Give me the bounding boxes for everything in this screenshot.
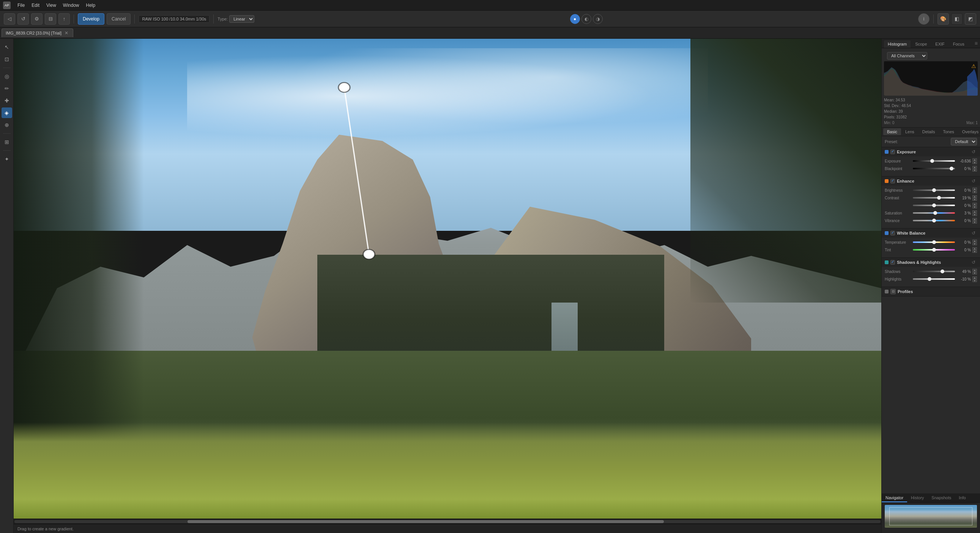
menu-view[interactable]: View [43,2,59,9]
tool-clone[interactable]: ⊕ [2,119,12,130]
exposure-reset[interactable]: ↺ [970,149,977,154]
toolbar-refresh-btn[interactable]: ↺ [18,13,29,25]
file-tab-close[interactable]: ✕ [64,30,69,36]
vibrance-up[interactable]: ▲ [972,218,977,221]
temperature-down[interactable]: ▼ [972,243,977,245]
shadows-slider[interactable] [913,268,955,274]
white-balance-header[interactable]: White Balance ↺ [882,229,980,238]
toolbar-export-btn[interactable]: ↑ [59,13,70,25]
toolbar-settings-btn[interactable]: ⚙ [31,13,43,25]
contrast-slider[interactable] [913,195,955,201]
temperature-thumb[interactable] [932,240,936,244]
brightness-thumb[interactable] [932,188,936,192]
tool-move[interactable]: ↖ [2,42,12,53]
highlights-thumb[interactable] [928,277,931,281]
enhance-reset[interactable]: ↺ [970,178,977,184]
brightness-slider[interactable] [913,187,955,193]
menu-edit[interactable]: Edit [29,2,43,9]
vibrance-slider[interactable] [913,218,955,224]
type-select[interactable]: Linear Radial [229,15,254,23]
scrollbar-track[interactable] [14,520,881,523]
bottom-tab-snapshots[interactable]: Snapshots [928,494,955,502]
exposure-slider[interactable] [913,158,955,164]
image-scrollbar[interactable] [14,519,881,524]
exposure-thumb[interactable] [930,159,934,163]
blackpoint-slider[interactable] [913,165,955,172]
exposure-down[interactable]: ▼ [972,161,977,164]
tool-redeye[interactable]: ◎ [2,71,12,82]
exposure-checkbox[interactable] [891,150,895,154]
tint-slider[interactable] [913,247,955,253]
file-tab[interactable]: IMG_8839.CR2 [33.0%] [Trial] ✕ [2,29,73,37]
vibrance-down[interactable]: ▼ [972,221,977,224]
view-single-btn[interactable]: ● [570,14,580,24]
contrast-thumb[interactable] [937,196,941,200]
channel-select[interactable]: All Channels [887,52,927,60]
clarity-thumb[interactable] [932,204,936,207]
bottom-tab-info[interactable]: Info [955,494,969,502]
highlights-slider[interactable] [913,276,955,282]
clarity-slider[interactable] [913,202,955,208]
shadows-up[interactable]: ▲ [972,269,977,271]
view-side-btn[interactable]: ◑ [593,14,603,24]
temperature-slider[interactable] [913,239,955,245]
menu-window[interactable]: Window [60,2,82,9]
tool-selection[interactable]: ⊞ [2,137,12,147]
tab-scope[interactable]: Scope [911,40,931,48]
highlights-down[interactable]: ▼ [972,279,977,282]
sub-tab-tones[interactable]: Tones [939,128,958,135]
sub-tab-lens[interactable]: Lens [901,128,918,135]
preset-select[interactable]: Default [951,138,977,145]
clarity-down[interactable]: ▼ [972,206,977,208]
sh-checkbox[interactable] [891,260,895,265]
saturation-down[interactable]: ▼ [972,213,977,216]
tool-color-pick[interactable]: ✦ [2,154,12,164]
vibrance-thumb[interactable] [932,219,936,223]
contrast-up[interactable]: ▲ [972,195,977,198]
contrast-down[interactable]: ▼ [972,198,977,201]
blackpoint-down[interactable]: ▼ [972,169,977,172]
brightness-down[interactable]: ▼ [972,191,977,193]
tab-focus[interactable]: Focus [949,40,968,48]
tab-histogram[interactable]: Histogram [884,40,910,48]
toolbar-adjust-btn[interactable]: ⊟ [45,13,56,25]
panel-close-btn[interactable]: ≡ [975,40,978,46]
shadows-thumb[interactable] [940,269,944,273]
sh-reset[interactable]: ↺ [970,260,977,265]
enhance-section-header[interactable]: Enhance ↺ [882,177,980,186]
highlights-up[interactable]: ▲ [972,276,977,279]
develop-button[interactable]: Develop [78,13,104,25]
menu-file[interactable]: File [14,2,28,9]
blackpoint-thumb[interactable] [950,167,953,170]
shadows-down[interactable]: ▼ [972,272,977,274]
tint-down[interactable]: ▼ [972,250,977,253]
gamut-btn[interactable]: ◩ [965,13,976,25]
bottom-tab-navigator[interactable]: Navigator [882,494,907,502]
profiles-section-header[interactable]: 🖼 Profiles [882,287,980,296]
saturation-up[interactable]: ▲ [972,210,977,213]
info-btn[interactable]: i [918,13,929,25]
temperature-up[interactable]: ▲ [972,240,977,242]
proof-btn[interactable]: ◧ [951,13,963,25]
saturation-thumb[interactable] [933,211,937,215]
sub-tab-overlays[interactable]: Overlays [958,128,980,135]
view-compare-btn[interactable]: ◐ [581,14,591,24]
exposure-section-header[interactable]: Exposure ↺ [882,147,980,156]
panel-scroll[interactable]: Basic Lens Details Tones Overlays Preset… [882,127,980,493]
toolbar-back-btn[interactable]: ◁ [4,13,15,25]
bottom-tab-history[interactable]: History [907,494,928,502]
exposure-up[interactable]: ▲ [972,158,977,161]
wb-reset[interactable]: ↺ [970,231,977,236]
tool-gradient[interactable]: ◈ [2,107,12,118]
brightness-up[interactable]: ▲ [972,188,977,190]
blackpoint-up[interactable]: ▲ [972,166,977,169]
sh-section-header[interactable]: Shadows & Highlights ↺ [882,258,980,267]
scrollbar-thumb[interactable] [188,520,664,523]
cancel-button[interactable]: Cancel [107,13,130,25]
tab-exif[interactable]: EXIF [931,40,948,48]
wb-checkbox[interactable] [891,231,895,235]
tool-brush[interactable]: ✏ [2,83,12,94]
tool-crop[interactable]: ⊡ [2,54,12,65]
image-canvas[interactable] [14,39,881,519]
enhance-checkbox[interactable] [891,179,895,183]
